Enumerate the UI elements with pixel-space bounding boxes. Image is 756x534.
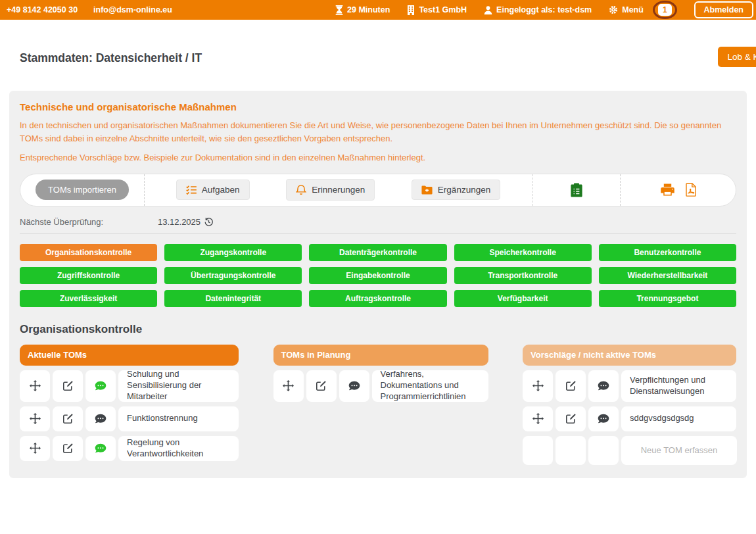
- control-tab-speicherkontrolle[interactable]: Speicherkontrolle: [454, 244, 592, 261]
- tom-row: Verfahrens, Dokumentations und Programmi…: [273, 370, 488, 402]
- control-tab-zuverlaessigkeit[interactable]: Zuverlässigkeit: [20, 290, 157, 307]
- move-handle[interactable]: [523, 406, 553, 431]
- control-tab-transportkontrolle[interactable]: Transportkontrolle: [454, 267, 592, 284]
- comment-button[interactable]: [588, 370, 619, 402]
- tom-label[interactable]: Regelung von Verantwortlichkeiten: [118, 436, 239, 461]
- edit-button[interactable]: [53, 370, 83, 402]
- feedback-button[interactable]: Lob & Kri: [718, 47, 756, 67]
- toolbar-report-section: [532, 174, 620, 206]
- edit-icon: [62, 380, 74, 391]
- printer-icon: [661, 183, 674, 196]
- tom-label[interactable]: Schulung und Sensibilisierung der Mitarb…: [118, 370, 239, 402]
- history-icon: [204, 217, 214, 227]
- toolbar-import-section: TOMs importieren: [20, 174, 144, 206]
- clipboard-list-icon: [571, 183, 582, 197]
- comment-dots-icon: [598, 381, 609, 391]
- logged-in-item: Eingeloggt als: test-dsm: [484, 5, 592, 14]
- control-tab-benutzerkontrolle[interactable]: Benutzerkontrolle: [599, 244, 736, 261]
- edit-button[interactable]: [53, 406, 83, 431]
- session-timer-label: 29 Minuten: [347, 5, 390, 14]
- file-pdf-icon: [685, 183, 696, 197]
- menu-item[interactable]: Menü: [609, 5, 644, 14]
- notification-badge[interactable]: 1: [658, 4, 672, 16]
- reminders-button[interactable]: Erinnerungen: [286, 179, 375, 201]
- comment-button[interactable]: [85, 436, 116, 461]
- list-check-icon: [186, 185, 197, 195]
- tom-label[interactable]: sddgvsdgsdgsdg: [621, 406, 736, 431]
- control-tab-wiederherstellbarkeit[interactable]: Wiederherstellbarkeit: [599, 267, 736, 284]
- move-handle[interactable]: [20, 406, 50, 431]
- arrows-move-icon: [30, 443, 41, 454]
- control-tab-uebertragungskontrolle[interactable]: Übertragungskontrolle: [164, 267, 302, 284]
- column-current-toms: Aktuelle TOMs Schulung und Sensibilisier…: [20, 345, 239, 461]
- intro-paragraph-1: In den technischen und organisatorischen…: [20, 119, 736, 145]
- print-button[interactable]: [661, 183, 674, 196]
- comment-button[interactable]: [339, 370, 369, 402]
- control-tab-auftragskontrolle[interactable]: Auftragskontrolle: [309, 290, 446, 307]
- control-tabs: Organisationskontrolle Zugangskontrolle …: [20, 244, 736, 307]
- topbar: +49 8142 42050 30 info@dsm-online.eu 29 …: [0, 0, 756, 20]
- tom-label[interactable]: Funktionstrennung: [118, 406, 239, 431]
- logout-button[interactable]: Abmelden: [694, 1, 753, 18]
- phone-number[interactable]: +49 8142 42050 30: [7, 5, 78, 14]
- tom-label[interactable]: Verfahrens, Dokumentations und Programmi…: [372, 370, 488, 402]
- tom-columns: Aktuelle TOMs Schulung und Sensibilisier…: [20, 345, 736, 465]
- new-tom-input[interactable]: [621, 436, 737, 465]
- hourglass-icon: [335, 5, 343, 15]
- user-icon: [484, 6, 492, 14]
- control-tab-datentraegerkontrolle[interactable]: Datenträgerkontrolle: [309, 244, 446, 261]
- additions-button[interactable]: Ergänzungen: [412, 180, 500, 200]
- reminders-button-label: Erinnerungen: [312, 185, 365, 195]
- edit-button[interactable]: [555, 406, 586, 431]
- move-handle[interactable]: [20, 436, 50, 461]
- arrows-move-icon: [30, 413, 41, 424]
- page-header: Stammdaten: Datensicherheit / IT Lob & K…: [20, 51, 736, 71]
- tasks-button[interactable]: Aufgaben: [176, 180, 250, 200]
- toolbar-print-section: [620, 174, 736, 206]
- move-handle[interactable]: [523, 370, 553, 402]
- control-tab-trennungsgebot[interactable]: Trennungsgebot: [599, 290, 736, 307]
- control-tab-organisationskontrolle[interactable]: Organisationskontrolle: [20, 244, 157, 261]
- comment-button[interactable]: [85, 370, 116, 402]
- column-planned-toms: TOMs in Planung Verfahrens, Dokumentatio…: [273, 345, 488, 402]
- comment-dots-icon: [95, 381, 106, 391]
- clipboard-report-button[interactable]: [571, 183, 582, 197]
- control-tab-verfuegbarkeit[interactable]: Verfügbarkeit: [454, 290, 592, 307]
- badge-annotation-ring: 1: [653, 1, 677, 19]
- edit-icon: [565, 413, 577, 424]
- building-icon: [407, 5, 415, 15]
- comment-button[interactable]: [85, 406, 116, 431]
- toolbar: TOMs importieren Aufgaben Erinnerungen E…: [20, 174, 736, 206]
- control-tab-eingabekontrolle[interactable]: Eingabekontrolle: [309, 267, 446, 284]
- comment-button[interactable]: [588, 406, 619, 431]
- history-button[interactable]: [204, 217, 214, 227]
- section-title: Organisationskontrolle: [20, 323, 736, 336]
- edit-button[interactable]: [306, 370, 337, 402]
- control-tab-zugriffskontrolle[interactable]: Zugriffskontrolle: [20, 267, 157, 284]
- arrows-move-icon: [532, 380, 544, 391]
- empty-cell: [523, 436, 553, 465]
- control-tab-zugangskontrolle[interactable]: Zugangskontrolle: [164, 244, 302, 261]
- control-tab-datenintegritaet[interactable]: Datenintegrität: [164, 290, 302, 307]
- company-item[interactable]: Test1 GmbH: [407, 5, 467, 15]
- pdf-export-button[interactable]: [685, 183, 696, 197]
- tom-label[interactable]: Verpflichtungen und Dienstanweisungen: [621, 370, 736, 402]
- session-timer: 29 Minuten: [335, 5, 390, 15]
- edit-button[interactable]: [53, 436, 83, 461]
- tom-row: Regelung von Verantwortlichkeiten: [20, 436, 239, 461]
- new-tom-row: [523, 436, 736, 465]
- tom-row: Funktionstrennung: [20, 406, 239, 431]
- import-toms-button[interactable]: TOMs importieren: [35, 180, 129, 200]
- move-handle[interactable]: [20, 370, 50, 402]
- page-title: Stammdaten: Datensicherheit / IT: [20, 51, 736, 65]
- empty-cell: [555, 436, 586, 465]
- edit-icon: [62, 443, 74, 454]
- tom-row: Schulung und Sensibilisierung der Mitarb…: [20, 370, 239, 402]
- column-header: TOMs in Planung: [273, 345, 488, 366]
- column-suggested-toms: Vorschläge / nicht aktive TOMs Verpflich…: [523, 345, 736, 465]
- email-link[interactable]: info@dsm-online.eu: [93, 5, 172, 14]
- edit-button[interactable]: [555, 370, 586, 402]
- edit-icon: [316, 380, 327, 391]
- tom-card: Technische und organisatorische Maßnahme…: [9, 91, 747, 478]
- move-handle[interactable]: [273, 370, 304, 402]
